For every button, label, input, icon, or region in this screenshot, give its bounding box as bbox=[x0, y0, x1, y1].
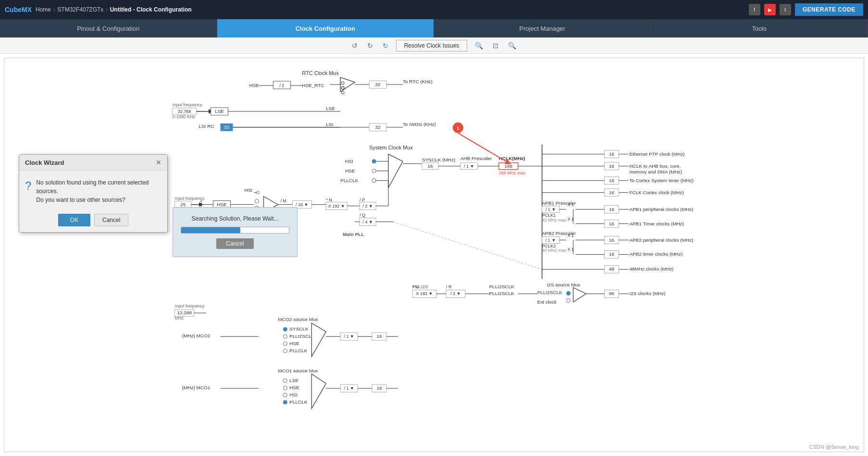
svg-text:(MHz) MCO2: (MHz) MCO2 bbox=[182, 333, 211, 338]
tab-project[interactable]: Project Manager bbox=[434, 19, 651, 37]
dialog-title: Clock Wizard bbox=[25, 159, 64, 166]
svg-text:/ 1 ▼: / 1 ▼ bbox=[546, 238, 556, 243]
svg-text:168: 168 bbox=[504, 163, 512, 169]
redo-icon[interactable]: ↻ bbox=[365, 41, 375, 50]
dialog-title-bar: Clock Wizard ✕ bbox=[19, 155, 167, 171]
svg-text:MCO1 source Mux: MCO1 source Mux bbox=[278, 368, 318, 373]
svg-point-214 bbox=[283, 400, 287, 404]
svg-text:HSE: HSE bbox=[217, 202, 227, 207]
tab-clock[interactable]: Clock Configuration bbox=[217, 19, 434, 37]
svg-text:HSE: HSE bbox=[289, 385, 299, 390]
svg-text:To IWDG (KHz): To IWDG (KHz) bbox=[403, 122, 436, 127]
svg-text:SYSCLK (MHz): SYSCLK (MHz) bbox=[422, 157, 455, 162]
dialog-footer: OK Cancel bbox=[19, 210, 167, 232]
nav-tabs: Pinout & Configuration Clock Configurati… bbox=[0, 19, 868, 37]
clock-diagram-svg: RTC Clock Mux HSE / 2 HSE_RTC Input freq… bbox=[4, 58, 864, 452]
undo-icon[interactable]: ↺ bbox=[350, 41, 360, 50]
svg-text:APB1 Timer clocks (MHz): APB1 Timer clocks (MHz) bbox=[630, 221, 684, 226]
breadcrumb-home[interactable]: Home bbox=[36, 6, 51, 13]
svg-text:APB2 timer clocks (MHz): APB2 timer clocks (MHz) bbox=[630, 251, 683, 257]
refresh-icon[interactable]: ↻ bbox=[381, 41, 390, 50]
searching-dialog: Searching Solution, Please Wait... Cance… bbox=[173, 207, 298, 257]
svg-text:LSE: LSE bbox=[326, 106, 335, 111]
svg-point-208 bbox=[283, 379, 287, 382]
resolve-clock-button[interactable]: Resolve Clock Issues bbox=[396, 40, 468, 51]
dialog-message-line1: No solution found using the current sele… bbox=[36, 178, 161, 196]
svg-text:168 MHz max: 168 MHz max bbox=[499, 171, 526, 175]
svg-text:/ 4 ▼: / 4 ▼ bbox=[362, 220, 372, 224]
svg-text:LSE: LSE bbox=[215, 109, 224, 114]
svg-text:X 1: X 1 bbox=[568, 233, 574, 238]
main-content: RTC Clock Mux HSE / 2 HSE_RTC Input freq… bbox=[0, 54, 868, 456]
generate-code-button[interactable]: GENERATE CODE bbox=[795, 3, 863, 16]
searching-cancel-button[interactable]: Cancel bbox=[216, 238, 253, 249]
svg-text:PLLCLK: PLLCLK bbox=[289, 348, 307, 353]
svg-text:LSI RC: LSI RC bbox=[199, 123, 214, 129]
svg-text:HCLK(MHz): HCLK(MHz) bbox=[499, 156, 525, 161]
dialog-cancel-button[interactable]: Cancel bbox=[94, 214, 128, 226]
svg-text:/ 1 ▼: / 1 ▼ bbox=[344, 386, 354, 391]
tab-tools[interactable]: Tools bbox=[651, 19, 868, 37]
zoom-in-icon[interactable]: 🔍 bbox=[473, 41, 485, 50]
svg-text:48: 48 bbox=[609, 266, 615, 271]
fit-icon[interactable]: ⊡ bbox=[491, 41, 500, 50]
svg-text:PLLCLK: PLLCLK bbox=[340, 178, 358, 183]
svg-text:48MHz clocks (MHz): 48MHz clocks (MHz) bbox=[630, 266, 674, 271]
zoom-out-icon[interactable]: 🔍 bbox=[506, 41, 518, 50]
svg-text:16: 16 bbox=[609, 178, 615, 183]
svg-text:16: 16 bbox=[609, 151, 615, 157]
svg-text:16: 16 bbox=[609, 251, 615, 257]
dialog-close-button[interactable]: ✕ bbox=[156, 159, 161, 166]
social-icon-1[interactable]: f bbox=[749, 4, 760, 15]
svg-marker-181 bbox=[573, 287, 586, 302]
app-logo: CubeMX bbox=[5, 6, 32, 13]
svg-text:/ Q: / Q bbox=[360, 213, 365, 218]
breadcrumb-current: Untitled - Clock Configuration bbox=[110, 6, 192, 13]
svg-line-162 bbox=[393, 222, 542, 270]
svg-text:32: 32 bbox=[375, 82, 381, 87]
clock-diagram: RTC Clock Mux HSE / 2 HSE_RTC Input freq… bbox=[4, 58, 864, 452]
svg-text:Input frequency: Input frequency bbox=[175, 304, 205, 308]
svg-text:16: 16 bbox=[427, 163, 433, 169]
rtc-clock-mux-label: RTC Clock Mux bbox=[302, 70, 339, 76]
svg-point-212 bbox=[283, 393, 287, 397]
svg-text:HSI: HSI bbox=[244, 187, 252, 193]
svg-text:Main PLL: Main PLL bbox=[343, 232, 364, 237]
svg-text:/ 2: / 2 bbox=[279, 83, 284, 88]
tab-pinout[interactable]: Pinout & Configuration bbox=[0, 19, 217, 37]
svg-text:32: 32 bbox=[375, 124, 381, 130]
svg-point-194 bbox=[283, 349, 287, 353]
social-icon-3[interactable]: t bbox=[780, 4, 791, 15]
svg-text:16: 16 bbox=[609, 207, 615, 212]
svg-text:16: 16 bbox=[377, 333, 383, 339]
svg-marker-196 bbox=[311, 323, 326, 357]
toolbar: ↺ ↻ ↻ Resolve Clock Issues 🔍 ⊡ 🔍 bbox=[0, 37, 868, 54]
svg-text:* N: * N bbox=[326, 197, 332, 202]
svg-text:16: 16 bbox=[609, 163, 615, 169]
svg-text:X 1: X 1 bbox=[568, 217, 574, 222]
svg-text:HSI: HSI bbox=[289, 392, 298, 397]
svg-point-210 bbox=[283, 386, 287, 390]
dialog-ok-button[interactable]: OK bbox=[58, 214, 90, 226]
svg-text:Input frequency: Input frequency bbox=[175, 196, 205, 201]
svg-text:To RTC (KHz): To RTC (KHz) bbox=[403, 79, 433, 84]
svg-point-25 bbox=[341, 91, 344, 94]
dialog-body: ? No solution found using the current se… bbox=[19, 171, 167, 210]
svg-text:HSE: HSE bbox=[249, 83, 259, 88]
breadcrumb-device[interactable]: STM32F407ZGTx bbox=[57, 6, 103, 13]
svg-text:APB1 peripheral clocks (MHz): APB1 peripheral clocks (MHz) bbox=[630, 207, 694, 212]
svg-text:APB2 peripheral clocks (MHz): APB2 peripheral clocks (MHz) bbox=[630, 237, 694, 243]
svg-text:PLLI2SCLK: PLLI2SCLK bbox=[537, 290, 562, 295]
top-bar-left: CubeMX Home › STM32F407ZGTx › Untitled -… bbox=[5, 5, 192, 14]
top-bar: CubeMX Home › STM32F407ZGTx › Untitled -… bbox=[0, 0, 868, 19]
svg-text:PLLCLK: PLLCLK bbox=[289, 399, 307, 405]
svg-text:32: 32 bbox=[224, 124, 230, 130]
svg-text:HSE_RTC: HSE_RTC bbox=[302, 83, 324, 88]
top-bar-right: f ▶ t GENERATE CODE bbox=[749, 3, 863, 16]
svg-text:X 192 ▼: X 192 ▼ bbox=[416, 291, 433, 296]
social-icon-2[interactable]: ▶ bbox=[764, 4, 776, 15]
svg-text:/ M: / M bbox=[280, 198, 286, 203]
svg-text:Ethernet PTP clock (MHz): Ethernet PTP clock (MHz) bbox=[630, 151, 685, 157]
svg-text:96: 96 bbox=[609, 291, 615, 296]
svg-text:HCLK to AHB bus, core,: HCLK to AHB bus, core, bbox=[630, 163, 681, 169]
